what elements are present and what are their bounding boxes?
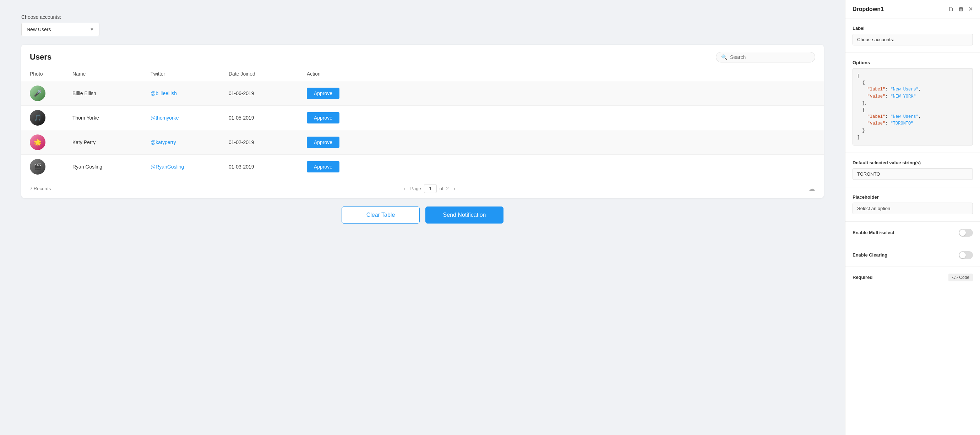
table-row: 🎵 Thom Yorke @thomyorke 01-05-2019 Appro…: [21, 106, 824, 130]
user-name: Billie Eilish: [72, 90, 151, 96]
page-label: Page: [410, 186, 421, 191]
approve-button[interactable]: Approve: [307, 112, 339, 124]
options-field-label: Options: [853, 60, 973, 65]
search-box[interactable]: 🔍: [716, 52, 815, 62]
col-twitter: Twitter: [151, 71, 229, 77]
action-cell: Approve: [307, 112, 815, 124]
label-field-label: Label: [853, 25, 973, 31]
user-date: 01-02-2019: [229, 140, 307, 145]
table-footer: 7 Records ‹ Page of 2 › ☁: [21, 179, 824, 198]
records-count: 7 Records: [30, 186, 51, 191]
enable-clearing-label: Enable Clearing: [853, 252, 887, 257]
default-field-input[interactable]: [853, 168, 973, 180]
copy-icon[interactable]: 🗋: [948, 6, 954, 13]
code-icon: </>: [952, 275, 958, 279]
page-of: of: [439, 186, 444, 191]
pagination: ‹ Page of 2 ›: [401, 184, 458, 193]
right-panel-title: Dropdown1: [853, 6, 884, 13]
next-page-arrow[interactable]: ›: [452, 185, 458, 193]
col-date-joined: Date Joined: [229, 71, 307, 77]
multi-select-label: Enable Multi-select: [853, 230, 894, 235]
default-field-label: Default selected value string(s): [853, 160, 973, 165]
label-field-input[interactable]: [853, 34, 973, 45]
search-input[interactable]: [730, 54, 810, 60]
avatar: 🎵: [30, 110, 45, 125]
divider-2: [845, 152, 980, 153]
action-cell: Approve: [307, 137, 815, 148]
enable-clearing-row: Enable Clearing: [853, 251, 973, 259]
send-notification-button[interactable]: Send Notification: [425, 206, 503, 224]
divider-5: [845, 244, 980, 244]
page-input[interactable]: [424, 184, 437, 193]
search-icon: 🔍: [721, 54, 727, 60]
clear-table-button[interactable]: Clear Table: [342, 206, 420, 224]
multi-select-row: Enable Multi-select: [853, 229, 973, 237]
dropdown-value: New Users: [27, 27, 51, 32]
multi-select-toggle[interactable]: [959, 229, 973, 237]
action-cell: Approve: [307, 161, 815, 172]
user-date: 01-03-2019: [229, 164, 307, 170]
table-row: 🎤 Billie Eilish @billieeilish 01-06-2019…: [21, 81, 824, 106]
choose-accounts-label: Choose accounts:: [21, 14, 824, 20]
col-action: Action: [307, 71, 815, 77]
user-date: 01-06-2019: [229, 90, 307, 96]
required-row: Required </> Code: [853, 273, 973, 281]
placeholder-field-input[interactable]: [853, 203, 973, 214]
right-panel-body: Label Options [ { "label": "New Users", …: [845, 19, 980, 289]
approve-button[interactable]: Approve: [307, 137, 339, 148]
user-name: Thom Yorke: [72, 115, 151, 121]
trash-icon[interactable]: 🗑: [958, 6, 964, 13]
user-date: 01-05-2019: [229, 115, 307, 121]
table-title: Users: [30, 52, 51, 62]
user-name: Ryan Gosling: [72, 164, 151, 170]
left-panel: Choose accounts: New Users ▼ Users 🔍 Pho…: [0, 0, 845, 435]
col-photo: Photo: [30, 71, 72, 77]
user-name: Katy Perry: [72, 140, 151, 145]
action-cell: Approve: [307, 87, 815, 99]
table-body: 🎤 Billie Eilish @billieeilish 01-06-2019…: [21, 81, 824, 179]
options-code-editor[interactable]: [ { "label": "New Users", "value": "NEW …: [853, 68, 973, 146]
placeholder-field-label: Placeholder: [853, 194, 973, 200]
approve-button[interactable]: Approve: [307, 87, 339, 99]
enable-clearing-toggle[interactable]: [959, 251, 973, 259]
divider-6: [845, 266, 980, 267]
table-header: Users 🔍: [21, 45, 824, 62]
divider-1: [845, 52, 980, 53]
users-table-card: Users 🔍 Photo Name Twitter Date Joined A…: [21, 45, 824, 198]
avatar: 🎤: [30, 86, 45, 101]
header-icons: 🗋 🗑 ✕: [948, 6, 973, 13]
user-twitter: @billieeilish: [151, 90, 229, 96]
label-section: Label: [853, 25, 973, 45]
download-icon[interactable]: ☁: [808, 184, 815, 193]
table-row: 🌟 Katy Perry @katyperry 01-02-2019 Appro…: [21, 130, 824, 155]
chevron-down-icon: ▼: [90, 27, 94, 32]
buttons-row: Clear Table Send Notification: [21, 206, 824, 224]
right-panel: Dropdown1 🗋 🗑 ✕ Label Options [ { "label…: [845, 0, 980, 435]
prev-page-arrow[interactable]: ‹: [401, 185, 407, 193]
user-twitter: @RyanGosling: [151, 164, 229, 170]
avatar: 🌟: [30, 135, 45, 150]
divider-4: [845, 221, 980, 222]
approve-button[interactable]: Approve: [307, 161, 339, 172]
options-section: Options [ { "label": "New Users", "value…: [853, 60, 973, 146]
user-twitter: @thomyorke: [151, 115, 229, 121]
table-row: 🎬 Ryan Gosling @RyanGosling 01-03-2019 A…: [21, 155, 824, 179]
code-badge-label: Code: [959, 275, 969, 280]
page-total: 2: [446, 186, 449, 191]
default-section: Default selected value string(s): [853, 160, 973, 180]
avatar: 🎬: [30, 159, 45, 175]
right-panel-header: Dropdown1 🗋 🗑 ✕: [845, 0, 980, 19]
divider-3: [845, 187, 980, 187]
placeholder-section: Placeholder: [853, 194, 973, 214]
col-name: Name: [72, 71, 151, 77]
code-badge[interactable]: </> Code: [948, 273, 973, 281]
table-column-headers: Photo Name Twitter Date Joined Action: [21, 67, 824, 81]
accounts-dropdown[interactable]: New Users ▼: [21, 23, 99, 36]
close-icon[interactable]: ✕: [968, 6, 973, 13]
user-twitter: @katyperry: [151, 140, 229, 145]
required-label: Required: [853, 275, 872, 280]
